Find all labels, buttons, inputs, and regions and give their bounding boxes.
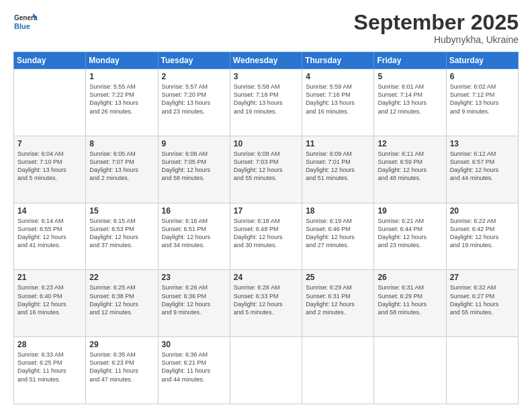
day-number: 9: [162, 139, 226, 148]
calendar-cell: 25Sunrise: 6:29 AM Sunset: 6:31 PM Dayli…: [302, 270, 374, 337]
cell-daylight-info: Sunrise: 6:15 AM Sunset: 6:53 PM Dayligh…: [89, 217, 154, 250]
day-header-sunday: Sunday: [14, 52, 86, 69]
location: Hubynykha, Ukraine: [354, 34, 519, 45]
calendar-cell: 26Sunrise: 6:31 AM Sunset: 6:29 PM Dayli…: [374, 270, 446, 337]
cell-daylight-info: Sunrise: 6:04 AM Sunset: 7:10 PM Dayligh…: [17, 150, 82, 183]
calendar-cell: 14Sunrise: 6:14 AM Sunset: 6:55 PM Dayli…: [14, 203, 86, 270]
day-number: 18: [306, 206, 370, 216]
cell-daylight-info: Sunrise: 6:31 AM Sunset: 6:29 PM Dayligh…: [378, 283, 442, 316]
calendar-week-row: 14Sunrise: 6:14 AM Sunset: 6:55 PM Dayli…: [14, 203, 519, 270]
cell-daylight-info: Sunrise: 5:58 AM Sunset: 7:18 PM Dayligh…: [234, 83, 298, 116]
day-number: 26: [378, 273, 442, 282]
calendar-cell: 11Sunrise: 6:09 AM Sunset: 7:01 PM Dayli…: [302, 136, 374, 203]
logo-svg: General Blue: [13, 11, 38, 35]
day-number: 28: [17, 340, 82, 349]
day-number: 6: [450, 72, 515, 81]
cell-daylight-info: Sunrise: 6:05 AM Sunset: 7:07 PM Dayligh…: [89, 150, 154, 183]
calendar-cell: 8Sunrise: 6:05 AM Sunset: 7:07 PM Daylig…: [86, 136, 158, 203]
calendar-cell: 21Sunrise: 6:23 AM Sunset: 6:40 PM Dayli…: [14, 270, 86, 337]
calendar-cell: 24Sunrise: 6:28 AM Sunset: 6:33 PM Dayli…: [230, 270, 302, 337]
calendar-cell: [14, 69, 86, 136]
day-number: 29: [89, 340, 154, 349]
calendar-cell: [230, 337, 302, 404]
cell-daylight-info: Sunrise: 6:25 AM Sunset: 6:38 PM Dayligh…: [89, 283, 154, 316]
cell-daylight-info: Sunrise: 6:36 AM Sunset: 6:21 PM Dayligh…: [162, 351, 226, 383]
cell-daylight-info: Sunrise: 5:59 AM Sunset: 7:16 PM Dayligh…: [306, 83, 370, 116]
day-number: 16: [162, 206, 226, 216]
day-number: 20: [450, 206, 515, 216]
day-number: 8: [89, 139, 154, 148]
day-header-friday: Friday: [374, 52, 446, 69]
day-header-tuesday: Tuesday: [158, 52, 230, 69]
calendar-week-row: 28Sunrise: 6:33 AM Sunset: 6:25 PM Dayli…: [14, 337, 519, 404]
cell-daylight-info: Sunrise: 6:14 AM Sunset: 6:55 PM Dayligh…: [17, 217, 82, 250]
calendar-cell: 12Sunrise: 6:11 AM Sunset: 6:59 PM Dayli…: [374, 136, 446, 203]
cell-daylight-info: Sunrise: 6:22 AM Sunset: 6:42 PM Dayligh…: [450, 217, 515, 250]
calendar-cell: [374, 337, 446, 404]
day-number: 17: [234, 206, 298, 216]
day-number: 30: [162, 340, 226, 349]
cell-daylight-info: Sunrise: 6:29 AM Sunset: 6:31 PM Dayligh…: [306, 283, 370, 316]
calendar-cell: 29Sunrise: 6:35 AM Sunset: 6:23 PM Dayli…: [86, 337, 158, 404]
calendar-cell: 7Sunrise: 6:04 AM Sunset: 7:10 PM Daylig…: [14, 136, 86, 203]
calendar-cell: 1Sunrise: 5:55 AM Sunset: 7:22 PM Daylig…: [86, 69, 158, 136]
day-number: 14: [17, 206, 82, 216]
calendar-cell: 19Sunrise: 6:21 AM Sunset: 6:44 PM Dayli…: [374, 203, 446, 270]
day-number: 13: [450, 139, 515, 148]
day-header-wednesday: Wednesday: [230, 52, 302, 69]
svg-text:Blue: Blue: [14, 22, 30, 30]
cell-daylight-info: Sunrise: 5:57 AM Sunset: 7:20 PM Dayligh…: [162, 83, 226, 116]
cell-daylight-info: Sunrise: 6:23 AM Sunset: 6:40 PM Dayligh…: [17, 283, 82, 316]
day-number: 21: [17, 273, 82, 282]
calendar-cell: 15Sunrise: 6:15 AM Sunset: 6:53 PM Dayli…: [86, 203, 158, 270]
title-block: September 2025 Hubynykha, Ukraine: [354, 11, 519, 45]
day-number: 2: [162, 72, 226, 81]
calendar-cell: 20Sunrise: 6:22 AM Sunset: 6:42 PM Dayli…: [446, 203, 518, 270]
cell-daylight-info: Sunrise: 6:11 AM Sunset: 6:59 PM Dayligh…: [378, 150, 442, 183]
day-number: 19: [378, 206, 442, 216]
day-number: 25: [306, 273, 370, 282]
header: General Blue September 2025 Hubynykha, U…: [13, 11, 519, 45]
cell-daylight-info: Sunrise: 6:18 AM Sunset: 6:48 PM Dayligh…: [234, 217, 298, 250]
day-number: 4: [306, 72, 370, 81]
calendar-cell: 3Sunrise: 5:58 AM Sunset: 7:18 PM Daylig…: [230, 69, 302, 136]
cell-daylight-info: Sunrise: 6:01 AM Sunset: 7:14 PM Dayligh…: [378, 83, 442, 116]
cell-daylight-info: Sunrise: 6:32 AM Sunset: 6:27 PM Dayligh…: [450, 283, 515, 316]
calendar-cell: 4Sunrise: 5:59 AM Sunset: 7:16 PM Daylig…: [302, 69, 374, 136]
day-number: 1: [89, 72, 154, 81]
calendar-cell: 6Sunrise: 6:02 AM Sunset: 7:12 PM Daylig…: [446, 69, 518, 136]
calendar-cell: 30Sunrise: 6:36 AM Sunset: 6:21 PM Dayli…: [158, 337, 230, 404]
day-number: 11: [306, 139, 370, 148]
day-number: 5: [378, 72, 442, 81]
day-header-monday: Monday: [86, 52, 158, 69]
calendar-cell: 22Sunrise: 6:25 AM Sunset: 6:38 PM Dayli…: [86, 270, 158, 337]
calendar-cell: 13Sunrise: 6:12 AM Sunset: 6:57 PM Dayli…: [446, 136, 518, 203]
logo: General Blue: [13, 11, 38, 35]
calendar-cell: 28Sunrise: 6:33 AM Sunset: 6:25 PM Dayli…: [14, 337, 86, 404]
day-number: 3: [234, 72, 298, 81]
cell-daylight-info: Sunrise: 6:19 AM Sunset: 6:46 PM Dayligh…: [306, 217, 370, 250]
calendar-cell: 18Sunrise: 6:19 AM Sunset: 6:46 PM Dayli…: [302, 203, 374, 270]
calendar-week-row: 1Sunrise: 5:55 AM Sunset: 7:22 PM Daylig…: [14, 69, 519, 136]
calendar-cell: 23Sunrise: 6:26 AM Sunset: 6:36 PM Dayli…: [158, 270, 230, 337]
cell-daylight-info: Sunrise: 5:55 AM Sunset: 7:22 PM Dayligh…: [89, 83, 154, 116]
calendar-cell: 5Sunrise: 6:01 AM Sunset: 7:14 PM Daylig…: [374, 69, 446, 136]
day-header-thursday: Thursday: [302, 52, 374, 69]
calendar-header-row: SundayMondayTuesdayWednesdayThursdayFrid…: [14, 52, 519, 69]
calendar-week-row: 7Sunrise: 6:04 AM Sunset: 7:10 PM Daylig…: [14, 136, 519, 203]
calendar-cell: 2Sunrise: 5:57 AM Sunset: 7:20 PM Daylig…: [158, 69, 230, 136]
cell-daylight-info: Sunrise: 6:16 AM Sunset: 6:51 PM Dayligh…: [162, 217, 226, 250]
day-number: 23: [162, 273, 226, 282]
day-number: 22: [89, 273, 154, 282]
cell-daylight-info: Sunrise: 6:33 AM Sunset: 6:25 PM Dayligh…: [17, 351, 82, 383]
day-header-saturday: Saturday: [446, 52, 518, 69]
cell-daylight-info: Sunrise: 6:28 AM Sunset: 6:33 PM Dayligh…: [234, 283, 298, 316]
page: General Blue September 2025 Hubynykha, U…: [0, 0, 532, 411]
cell-daylight-info: Sunrise: 6:08 AM Sunset: 7:03 PM Dayligh…: [234, 150, 298, 183]
calendar-cell: [302, 337, 374, 404]
cell-daylight-info: Sunrise: 6:12 AM Sunset: 6:57 PM Dayligh…: [450, 150, 515, 183]
month-title: September 2025: [354, 11, 519, 34]
day-number: 27: [450, 273, 515, 282]
calendar-cell: 10Sunrise: 6:08 AM Sunset: 7:03 PM Dayli…: [230, 136, 302, 203]
cell-daylight-info: Sunrise: 6:26 AM Sunset: 6:36 PM Dayligh…: [162, 283, 226, 316]
